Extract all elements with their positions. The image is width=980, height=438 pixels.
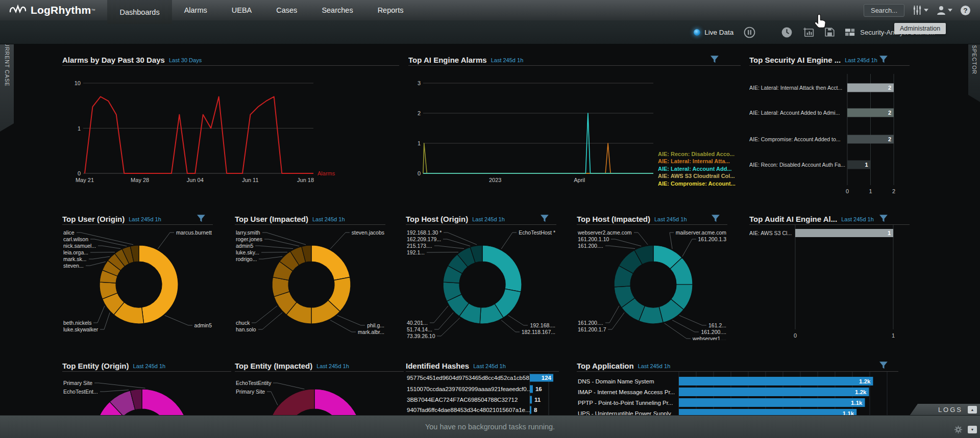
svg-text:1: 1 — [418, 140, 421, 146]
donut-slice-label[interactable]: steven... — [63, 263, 84, 269]
filter-icon[interactable] — [712, 215, 720, 222]
donut-slice-label[interactable]: carl.wilson — [63, 236, 88, 242]
top-security-ai-engine-chart[interactable]: 012AIE: Lateral: Internal Attack then Ac… — [749, 66, 910, 199]
user-menu[interactable] — [936, 5, 952, 15]
donut-slice-label[interactable]: han.solo — [236, 326, 256, 332]
donut-slice-label[interactable]: rodrigo... — [236, 256, 257, 262]
filter-icon[interactable] — [541, 215, 549, 222]
donut-slice-label[interactable]: webserver2.acme.com — [578, 229, 632, 236]
logs-label: LOGS — [938, 406, 963, 414]
top-entity-origin-chart[interactable]: Primary SiteEchoTestEnt... — [62, 372, 231, 416]
donut-slice-label[interactable]: 51.74.14... — [407, 326, 432, 332]
donut-slice-label[interactable]: phil.g... — [367, 322, 384, 328]
donut-slice-label[interactable]: mark.albr... — [358, 329, 384, 335]
help-icon[interactable]: ? — [960, 5, 971, 16]
widget-top-entity-origin: Top Entity (Origin)Last 245d 1h Primary … — [62, 357, 231, 416]
donut-slice-label[interactable]: EchoTestEnt... — [63, 389, 98, 395]
tab-reports[interactable]: Reports — [365, 0, 416, 20]
top-audit-ai-engine-chart[interactable]: 01AIE: AWS S3 Cl...1 — [749, 225, 910, 340]
donut-slice-label[interactable]: luke.sky... — [236, 249, 259, 255]
top-user-impacted-chart[interactable]: larry.smithroger.jonesadmin5luke.sky...r… — [235, 225, 385, 340]
widget-timerange: Last 245d 1h — [654, 216, 687, 223]
administration-menu[interactable] — [912, 5, 928, 15]
tab-alarms[interactable]: Alarms — [172, 0, 219, 20]
top-application-chart[interactable]: DNS - Domain Name System1.2kIMAP - Inter… — [577, 372, 898, 416]
donut-slice-label[interactable]: 192.168.... — [530, 322, 555, 328]
expand-logs-button[interactable]: ▲ — [968, 406, 977, 414]
legend-entry[interactable]: AIE: Lateral: Account Add... — [658, 165, 736, 172]
donut-slice-label[interactable]: beth.nickels — [63, 320, 91, 326]
legend-entry[interactable]: AIE: Compromise: Account... — [658, 180, 736, 187]
donut-slice-label[interactable]: mark.sk... — [63, 256, 87, 262]
live-data-toggle[interactable]: Live Data — [694, 29, 733, 36]
top-host-origin-chart[interactable]: 192.168.1.30 *162.209.179...215.173....1… — [406, 225, 556, 340]
top-entity-impacted-chart[interactable]: EchoTestEntityPrimary Site — [235, 372, 404, 416]
donut-slice-label[interactable]: marcus.burnett — [176, 229, 212, 236]
pause-icon[interactable] — [744, 27, 755, 38]
svg-text:0: 0 — [794, 332, 797, 339]
tab-ueba[interactable]: UEBA — [219, 0, 264, 20]
filter-icon[interactable] — [879, 362, 888, 369]
logrhythm-dashboard: LogRhythm™ DashboardsAlarmsUEBACasesSear… — [0, 0, 980, 438]
donut-slice-label[interactable]: 161.200.... — [578, 320, 603, 326]
donut-slice-label[interactable]: roger.jones — [236, 236, 262, 242]
widget-timerange: Last 245d 1h — [845, 57, 877, 64]
gear-icon[interactable] — [954, 425, 963, 434]
identified-hashes-chart[interactable]: 95775c451ed9604d9753465d8cc4d52ca1cb58..… — [406, 372, 559, 416]
donut-slice-label[interactable]: Primary Site — [63, 380, 92, 386]
chart-legend: AIE: Recon: Disabled Acco...AIE: Lateral… — [658, 150, 736, 187]
donut-slice-label[interactable]: nick.samuel... — [63, 243, 96, 249]
donut-slice-label[interactable]: 192.168.1.30 * — [407, 229, 442, 236]
tab-searches[interactable]: Searches — [309, 0, 365, 20]
donut-slice-label[interactable]: 73.39.26.10 — [407, 333, 435, 339]
widget-top-host-origin: Top Host (Origin)Last 245d 1h 192.168.1.… — [406, 210, 556, 340]
donut-slice-label[interactable]: steven.jacobs — [352, 229, 384, 236]
alarms-by-day-chart[interactable]: 1010May 21May 28Jun 04Jun 11Jun 18Alarms — [62, 66, 399, 194]
donut-slice-label[interactable]: larry.smith — [236, 229, 260, 236]
donut-slice-label[interactable]: 40.201... — [407, 320, 428, 326]
donut-slice-label[interactable]: 161.200.1.10 — [578, 236, 609, 242]
tab-cases[interactable]: Cases — [264, 0, 309, 20]
logs-panel-tab[interactable]: LOGS ▲ — [910, 404, 980, 416]
filter-icon[interactable] — [879, 56, 888, 63]
tab-dashboards[interactable]: Dashboards — [107, 0, 172, 24]
donut-slice-label[interactable]: mailserver.acme.com — [676, 229, 726, 236]
widget-top-entity-impacted: Top Entity (Impacted)Last 245d 1h EchoTe… — [235, 357, 404, 416]
donut-slice-label[interactable]: 192.1... — [407, 249, 425, 255]
donut-slice-label[interactable]: 162.209.179... — [407, 236, 441, 242]
donut-slice-label[interactable]: Primary Site — [236, 389, 265, 395]
donut-slice-label[interactable]: 161.200.... — [578, 243, 603, 249]
donut-slice-label[interactable]: alice — [63, 229, 75, 236]
donut-slice-label[interactable]: 161.200.... — [701, 329, 726, 335]
donut-slice-label[interactable]: chuck — [236, 320, 250, 326]
collapse-logs-button[interactable]: ▼ — [968, 426, 977, 433]
svg-text:1510070ccdaa2397692999aaaa921f: 1510070ccdaa2397692999aaaa921feaeedcf0..… — [407, 386, 531, 392]
svg-text:1: 1 — [865, 162, 868, 168]
logrhythm-logo[interactable]: LogRhythm™ — [0, 0, 107, 20]
search-button[interactable]: Search... — [864, 4, 904, 17]
donut-slice-label[interactable]: EchoTestHost * — [519, 229, 555, 236]
save-dashboard-icon[interactable] — [824, 27, 835, 37]
donut-slice-label[interactable]: webserver1.... — [693, 336, 726, 340]
legend-entry[interactable]: AIE: Lateral: Internal Atta... — [658, 158, 736, 165]
filter-icon[interactable] — [879, 215, 888, 222]
legend-entry[interactable]: AIE: AWS S3 Cloudtrail Col... — [658, 172, 736, 179]
donut-slice-label[interactable]: 215.173.... — [407, 243, 432, 249]
donut-slice-label[interactable]: admin5 — [236, 243, 253, 249]
donut-slice-label[interactable]: 182.118.167... — [522, 329, 555, 335]
add-widget-icon[interactable] — [803, 27, 814, 37]
donut-slice-label[interactable]: 161.200.1.7 — [578, 326, 606, 332]
donut-slice-label[interactable]: 161.2... — [708, 322, 726, 328]
top-ai-engine-alarms-chart[interactable]: 32102023AprilAIE: Recon: Disabled Acco..… — [408, 66, 741, 194]
top-user-origin-chart[interactable]: alicecarl.wilsonnick.samuel...leia.orga.… — [62, 225, 213, 340]
top-host-impacted-chart[interactable]: webserver2.acme.com161.200.1.10161.200..… — [577, 225, 727, 340]
filter-icon[interactable] — [710, 56, 719, 63]
legend-entry[interactable]: AIE: Recon: Disabled Acco... — [658, 150, 736, 158]
donut-slice-label[interactable]: leia.orga... — [63, 249, 88, 255]
donut-slice-label[interactable]: admin5 — [194, 322, 212, 328]
donut-slice-label[interactable]: EchoTestEntity — [236, 380, 271, 386]
donut-slice-label[interactable]: luke.skywalker — [63, 326, 98, 332]
donut-slice-label[interactable]: 161.200.1.3 — [698, 236, 726, 242]
filter-icon[interactable] — [197, 215, 206, 222]
time-range-icon[interactable] — [781, 27, 793, 38]
